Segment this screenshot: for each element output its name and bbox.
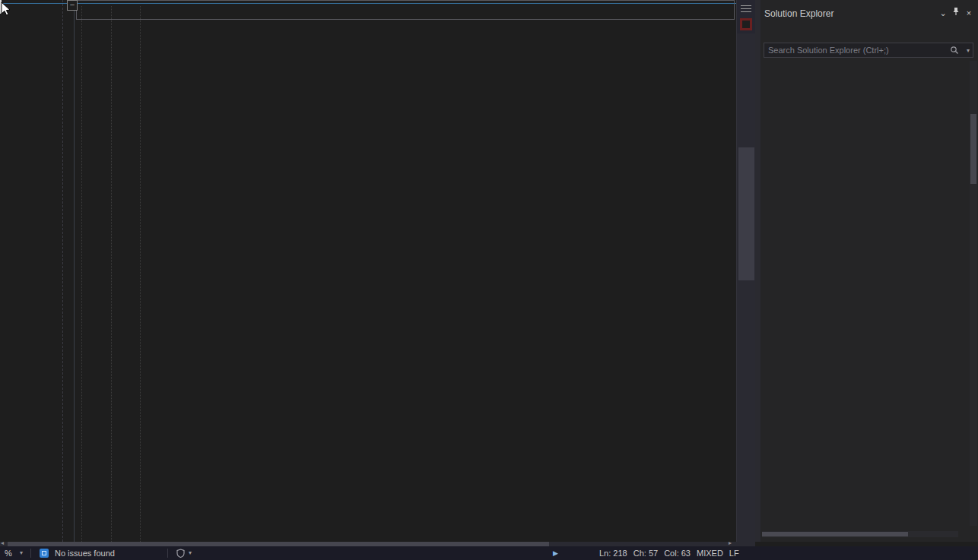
search-options-chevron-icon[interactable]: ▾ <box>967 44 970 58</box>
line-indicator[interactable]: Ln: 218 <box>599 549 627 558</box>
current-line-highlight <box>76 0 735 20</box>
pin-icon[interactable] <box>950 7 962 19</box>
gutter-divider <box>62 0 63 542</box>
tree-vertical-scrollbar[interactable] <box>970 61 977 526</box>
eol-indicator[interactable]: LF <box>729 549 739 558</box>
separator <box>167 549 168 558</box>
document-health-icon[interactable] <box>740 18 752 30</box>
solution-explorer-titlebar[interactable]: Solution Explorer ⌄ × <box>760 5 978 21</box>
search-input[interactable]: Search Solution Explorer (Ctrl+;) ▾ <box>764 43 973 58</box>
solution-explorer-panel: Solution Explorer ⌄ × Search Solution Ex… <box>760 0 978 542</box>
solution-tree <box>760 61 978 526</box>
issues-status[interactable]: No issues found <box>55 546 115 560</box>
separator <box>30 549 31 558</box>
search-icon[interactable] <box>950 45 959 59</box>
scroll-right-icon[interactable]: ▸ <box>729 539 732 546</box>
editor-split-handle-icon[interactable] <box>741 5 751 12</box>
zoom-control[interactable]: % <box>5 546 12 560</box>
encoding-indicator[interactable]: MIXED <box>697 549 723 558</box>
close-icon[interactable]: × <box>963 7 975 19</box>
code-editor[interactable]: – <box>0 0 736 542</box>
status-bar: % ▾ No issues found ▾ ▶ Ln: 218 Ch: 57 C… <box>0 546 978 560</box>
indent-guide <box>140 6 141 542</box>
app-window: – ◂ ▸ Solution Explorer ⌄ × Search Solut… <box>0 0 978 560</box>
play-icon[interactable]: ▶ <box>553 546 558 560</box>
indent-guide <box>111 6 112 542</box>
scrollbar-thumb[interactable] <box>970 114 976 184</box>
fold-margin-divider <box>74 0 75 542</box>
shield-icon[interactable] <box>176 548 185 560</box>
issues-indicator-icon[interactable] <box>40 549 49 558</box>
char-indicator[interactable]: Ch: 57 <box>633 549 658 558</box>
scrollbar-thumb[interactable] <box>738 147 754 280</box>
shield-chevron-icon[interactable]: ▾ <box>189 546 192 560</box>
zoom-chevron-icon[interactable]: ▾ <box>20 546 23 560</box>
solution-explorer-toolbar <box>760 21 978 40</box>
tree-horizontal-scrollbar[interactable] <box>762 531 958 537</box>
caret-position-group: Ln: 218 Ch: 57 Col: 63 MIXED LF <box>599 546 739 560</box>
scrollbar-thumb[interactable] <box>762 532 908 536</box>
editor-vertical-scrollbar[interactable] <box>736 0 756 542</box>
mouse-cursor-icon <box>0 2 12 17</box>
indent-guide <box>81 6 82 542</box>
window-position-icon[interactable]: ⌄ <box>937 7 949 19</box>
panel-title: Solution Explorer <box>764 8 834 19</box>
search-placeholder: Search Solution Explorer (Ctrl+;) <box>768 46 889 55</box>
scroll-left-icon[interactable]: ◂ <box>1 539 4 546</box>
fold-collapse-icon[interactable]: – <box>67 0 78 11</box>
column-indicator[interactable]: Col: 63 <box>664 549 691 558</box>
scrollbar-track[interactable] <box>737 33 756 542</box>
